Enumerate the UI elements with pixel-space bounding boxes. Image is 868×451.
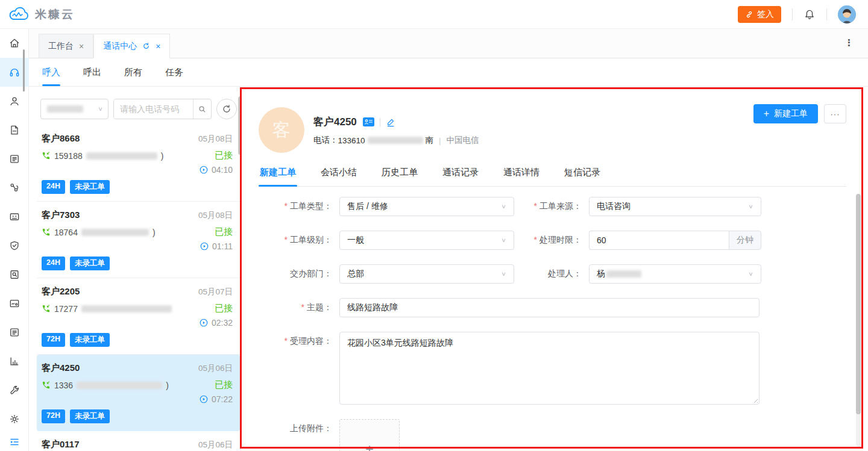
- phone-search-group: [113, 99, 212, 119]
- subtab-tasks[interactable]: 任务: [165, 58, 183, 86]
- call-list-item-selected[interactable]: 客户425005月06日 1336)已接 07:22 72H未录工单: [37, 355, 240, 431]
- customer-name: 客户4250: [42, 362, 80, 374]
- shield-check-icon: [8, 240, 20, 252]
- refresh-list-button[interactable]: [216, 99, 237, 119]
- header-divider: [792, 8, 793, 20]
- nav-settings[interactable]: [0, 405, 29, 434]
- ticket-level-select[interactable]: 一般∨: [339, 231, 514, 250]
- collapse-menu-icon: [9, 437, 20, 447]
- ticket-type-select[interactable]: 售后 / 维修∨: [339, 197, 514, 216]
- call-duration: 02:32: [212, 318, 233, 328]
- close-icon[interactable]: ×: [79, 42, 84, 51]
- call-date: 05月08日: [198, 210, 233, 221]
- call-status: 已接: [215, 303, 233, 314]
- phone-search-input[interactable]: [114, 99, 193, 119]
- search-icon[interactable]: [193, 99, 211, 119]
- phone-suffix: ): [166, 381, 169, 390]
- customer-name: 客户7303: [42, 210, 80, 221]
- tab-session-summary[interactable]: 会话小结: [319, 167, 358, 186]
- call-date: 05月07日: [198, 287, 233, 297]
- nav-collapse-toggle[interactable]: [0, 434, 29, 450]
- field-label: 上传附件：: [259, 419, 339, 434]
- call-list-item[interactable]: 客户730305月08日 18764)已接 01:11 24H未录工单: [37, 202, 240, 278]
- subtab-outbound[interactable]: 呼出: [83, 58, 101, 86]
- ticket-source-select[interactable]: 电话咨询∨: [589, 197, 761, 216]
- subtab-inbound[interactable]: 呼入: [42, 58, 60, 86]
- nav-scrollbar-thumb[interactable]: [23, 49, 25, 92]
- customer-avatar: 客: [259, 107, 304, 153]
- time-limit-input[interactable]: 60: [589, 231, 729, 250]
- nav-documents[interactable]: [0, 116, 29, 145]
- department-select[interactable]: 总部∨: [339, 264, 514, 284]
- call-duration: 01:11: [212, 241, 233, 251]
- play-recording-icon[interactable]: [199, 394, 209, 404]
- nav-agent-card[interactable]: [0, 202, 29, 231]
- play-recording-icon[interactable]: [199, 165, 209, 175]
- customer-phone-suffix: 南: [426, 135, 434, 146]
- nav-record-search[interactable]: [0, 260, 29, 289]
- close-icon[interactable]: ×: [156, 42, 160, 51]
- chevron-down-icon: ∨: [501, 203, 506, 210]
- tab-workbench[interactable]: 工作台 ×: [39, 34, 93, 58]
- notification-bell-icon[interactable]: [804, 8, 816, 20]
- user-avatar[interactable]: [838, 5, 856, 23]
- call-duration: 07:22: [212, 394, 233, 404]
- phone-prefix: 17277: [54, 304, 78, 314]
- new-ticket-form: *工单类型： 售后 / 维修∨ *工单来源： 电话咨询∨ *工单级别： 一般∨ …: [259, 197, 846, 451]
- bar-chart-icon: [8, 355, 20, 367]
- cloud-logo-icon: [8, 7, 30, 22]
- refresh-tab-icon[interactable]: [142, 42, 150, 50]
- monitor-chart-icon: [8, 297, 20, 309]
- call-list-item[interactable]: 客户220505月07日 17277已接 02:32 72H未录工单: [37, 278, 240, 355]
- carrier-label: 中国电信: [447, 135, 479, 146]
- nav-task-list[interactable]: [0, 318, 29, 347]
- nav-statistics[interactable]: [0, 347, 29, 376]
- edit-pencil-icon[interactable]: [386, 117, 395, 127]
- call-list-item[interactable]: 客户866805月08日 159188)已接 04:10 24H未录工单: [37, 125, 240, 202]
- content-textarea[interactable]: 花园小区3单元线路短路故障: [339, 332, 760, 405]
- nav-ticket-list[interactable]: [0, 145, 29, 173]
- call-date: 05月06日: [198, 363, 233, 374]
- nav-tools[interactable]: [0, 376, 29, 405]
- phone-prefix: 159188: [54, 151, 83, 161]
- more-vertical-icon[interactable]: ⋮: [844, 37, 854, 48]
- field-label: *处理时限：: [514, 235, 589, 246]
- detail-scrollbar[interactable]: [856, 194, 861, 447]
- sign-in-button[interactable]: 签入: [738, 6, 781, 23]
- time-limit-unit: 分钟: [729, 231, 761, 250]
- play-recording-icon[interactable]: [200, 241, 209, 251]
- call-duration: 04:10: [212, 165, 233, 175]
- tab-history-tickets[interactable]: 历史工单: [380, 167, 419, 186]
- nav-quality[interactable]: [0, 231, 29, 260]
- new-ticket-button[interactable]: + 新建工单: [753, 104, 818, 123]
- customer-detail-panel: 客 客户4250 电话：: [240, 87, 868, 451]
- time-limit-group: 60 分钟: [589, 231, 761, 250]
- contact-card-icon[interactable]: [363, 117, 374, 126]
- handler-select[interactable]: 杨∨: [589, 264, 761, 284]
- chevron-down-icon: ∨: [501, 237, 506, 243]
- list-filter-select[interactable]: ∨: [40, 99, 108, 119]
- tab-new-ticket[interactable]: 新建工单: [259, 167, 297, 186]
- redacted-phone: [81, 229, 149, 236]
- header-divider: [826, 8, 827, 20]
- redacted-phone: [86, 152, 157, 160]
- customer-name: 客户0117: [42, 439, 80, 450]
- detail-scrollbar-thumb[interactable]: [856, 194, 861, 414]
- nav-relations[interactable]: [0, 173, 29, 202]
- subtab-all[interactable]: 所有: [124, 58, 142, 86]
- tab-sms-records[interactable]: 短信记录: [563, 167, 602, 186]
- play-recording-icon[interactable]: [199, 318, 209, 328]
- share-nodes-icon: [8, 182, 20, 194]
- tab-call-center[interactable]: 通话中心 ×: [93, 34, 170, 58]
- chevron-down-icon: ∨: [748, 270, 753, 277]
- sla-badge: 24H: [42, 257, 65, 270]
- upload-attachment-button[interactable]: +: [339, 419, 400, 451]
- tab-call-detail[interactable]: 通话详情: [502, 167, 541, 186]
- nav-monitor[interactable]: [0, 289, 29, 318]
- tab-call-records[interactable]: 通话记录: [441, 167, 480, 186]
- subject-input[interactable]: 线路短路故障: [339, 298, 760, 317]
- call-list-item[interactable]: 客户011705月06日 1325已接: [37, 431, 240, 451]
- redacted-phone: [81, 305, 172, 313]
- more-actions-button[interactable]: ···: [824, 104, 846, 123]
- divider: [380, 118, 380, 126]
